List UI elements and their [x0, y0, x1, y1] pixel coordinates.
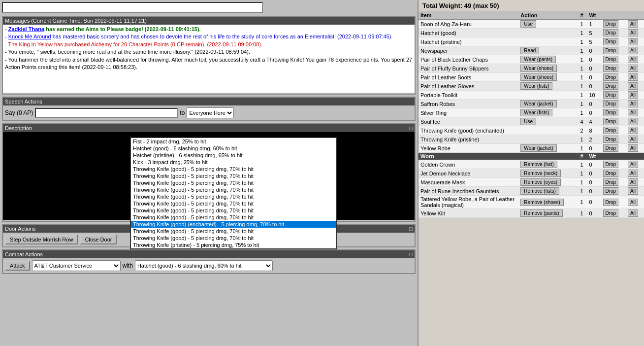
item-action-button[interactable]: Read — [520, 47, 539, 54]
say-target-select[interactable]: Everyone Here Room Party — [187, 107, 234, 118]
attack-option-knife-10[interactable]: Throwing Knife (good) - 5 piercing dmg, … — [131, 235, 336, 242]
all-button[interactable]: All — [628, 38, 638, 45]
all-button[interactable]: All — [628, 82, 638, 90]
attack-option-knife-1[interactable]: Throwing Knife (good) - 5 piercing dmg, … — [131, 166, 336, 173]
attack-option-hatchet-pristine[interactable]: Hatchet (pristine) - 6 slashing dmg, 65%… — [131, 152, 336, 159]
speech-panel: Speech Actions Say (0 AP) to Everyone He… — [2, 97, 416, 121]
all-button[interactable]: All — [628, 47, 638, 54]
item-action-button[interactable]: Remove (hat) — [520, 161, 557, 168]
messages-content[interactable]: - Zadkiel Thana has earned the Aims to P… — [3, 25, 415, 93]
drop-button[interactable]: Drop — [603, 56, 619, 63]
attack-option-knife-2[interactable]: Throwing Knife (good) - 5 piercing dmg, … — [131, 173, 336, 179]
all-button[interactable]: All — [628, 29, 638, 36]
attack-option-hatchet-good[interactable]: Hatchet (good) - 6 slashing dmg, 60% to … — [131, 145, 336, 152]
close-door-button[interactable]: Close Door — [80, 235, 117, 244]
item-action-button[interactable]: Use — [520, 20, 536, 28]
item-action-button[interactable]: Wear (fists) — [520, 82, 552, 90]
attack-button[interactable]: Attack — [5, 261, 30, 271]
drop-button[interactable]: Drop — [603, 209, 619, 217]
item-action-button[interactable]: Wear (jacket) — [520, 100, 556, 107]
item-action-button[interactable]: Remove (fists) — [520, 187, 559, 195]
all-button[interactable]: All — [628, 73, 638, 81]
item-action-button[interactable]: Use — [520, 118, 536, 125]
drop-button[interactable]: Drop — [603, 187, 619, 195]
say-input[interactable] — [35, 108, 178, 118]
attack-option-knife-4[interactable]: Throwing Knife (good) - 5 piercing dmg, … — [131, 186, 336, 193]
worn-section-header: Worn # Wt — [419, 153, 644, 160]
all-button[interactable]: All — [628, 56, 638, 63]
all-button[interactable]: All — [628, 91, 638, 99]
combat-close-icon[interactable]: □ — [409, 251, 413, 257]
main-input[interactable] — [2, 2, 263, 13]
item-action-cell: Remove (neck) — [518, 169, 578, 178]
drop-button[interactable]: Drop — [603, 136, 619, 143]
drop-button[interactable]: Drop — [603, 73, 619, 81]
all-button[interactable]: All — [628, 209, 638, 217]
attack-dropdown[interactable]: Fist - 2 impact dmg, 25% to hit Hatchet … — [130, 137, 337, 249]
item-action-button[interactable]: Wear (fists) — [520, 109, 552, 116]
attack-option-knife-enchanted[interactable]: Throwing Knife (good) (enchanted) - 5 pi… — [131, 221, 336, 228]
drop-button[interactable]: Drop — [603, 199, 619, 206]
attack-option-knife-9[interactable]: Throwing Knife (good) - 5 piercing dmg, … — [131, 228, 336, 235]
attack-option-knife-8[interactable]: Throwing Knife (good) - 5 piercing dmg, … — [131, 214, 336, 221]
drop-button[interactable]: Drop — [603, 170, 619, 177]
attack-option-knife-pristine[interactable]: Throwing Knife (pristine) - 5 piercing d… — [131, 242, 336, 248]
drop-button[interactable]: Drop — [603, 20, 619, 28]
drop-button[interactable]: Drop — [603, 109, 619, 116]
all-button[interactable]: All — [628, 20, 638, 28]
drop-button[interactable]: Drop — [603, 82, 619, 90]
combat-content: Attack AT&T Customer Service with Hatche… — [3, 258, 415, 273]
step-outside-button[interactable]: Step Outside Morrish Row — [5, 235, 78, 244]
all-button[interactable]: All — [628, 65, 638, 72]
drop-button[interactable]: Drop — [603, 127, 619, 134]
item-action-button[interactable]: Wear (shoes) — [520, 65, 557, 72]
weapon-select[interactable]: Hatchet (good) - 6 slashing dmg, 60% to … — [135, 260, 273, 271]
drop-button[interactable]: Drop — [603, 47, 619, 54]
all-button[interactable]: All — [628, 118, 638, 125]
message-5: - You hammer the steel into a small blad… — [5, 56, 413, 71]
all-button[interactable]: All — [628, 187, 638, 195]
all-button[interactable]: All — [628, 178, 638, 186]
attack-target-select[interactable]: AT&T Customer Service — [32, 260, 121, 271]
item-name: Yellow Robe — [419, 144, 518, 153]
drop-button[interactable]: Drop — [603, 118, 619, 125]
all-button[interactable]: All — [628, 199, 638, 206]
all-button[interactable]: All — [628, 144, 638, 152]
attack-option-knife-5[interactable]: Throwing Knife (good) - 5 piercing dmg, … — [131, 193, 336, 200]
drop-button[interactable]: Drop — [603, 29, 619, 36]
drop-button[interactable]: Drop — [603, 38, 619, 45]
description-close-icon[interactable]: □ — [409, 125, 413, 131]
item-weight: 8 — [587, 126, 601, 135]
item-action-button[interactable]: Remove (pants) — [520, 209, 562, 217]
item-action-button[interactable]: Wear (pants) — [520, 56, 556, 63]
drop-button[interactable]: Drop — [603, 144, 619, 152]
all-button[interactable]: All — [628, 161, 638, 168]
drop-button[interactable]: Drop — [603, 178, 619, 186]
all-button[interactable]: All — [628, 109, 638, 116]
attack-option-knife-3[interactable]: Throwing Knife (good) - 5 piercing dmg, … — [131, 179, 336, 186]
attack-option-kick[interactable]: Kick - 3 impact dmg, 25% to hit — [131, 159, 336, 166]
item-action-button[interactable]: Remove (neck) — [520, 170, 561, 177]
drop-button[interactable]: Drop — [603, 161, 619, 168]
attack-option-knife-7[interactable]: Throwing Knife (good) - 5 piercing dmg, … — [131, 207, 336, 214]
door-close-icon[interactable]: □ — [409, 226, 413, 232]
item-weight: 0 — [587, 209, 601, 218]
item-action-button[interactable]: Wear (jacket) — [520, 144, 556, 152]
item-all-cell: All — [626, 135, 644, 144]
all-button[interactable]: All — [628, 127, 638, 134]
item-action-cell: Read — [518, 46, 578, 55]
item-action-button[interactable]: Remove (shoes) — [520, 199, 563, 206]
drop-button[interactable]: Drop — [603, 100, 619, 107]
item-action-button[interactable]: Wear (shoes) — [520, 73, 557, 81]
item-action-cell: Wear (shoes) — [518, 64, 578, 73]
all-button[interactable]: All — [628, 170, 638, 177]
all-button[interactable]: All — [628, 136, 638, 143]
attack-option-knife-6[interactable]: Throwing Knife (good) - 5 piercing dmg, … — [131, 200, 336, 207]
item-action-button[interactable]: Remove (eyes) — [520, 178, 561, 186]
drop-button[interactable]: Drop — [603, 65, 619, 72]
attack-option-fist[interactable]: Fist - 2 impact dmg, 25% to hit — [131, 138, 336, 145]
all-button[interactable]: All — [628, 100, 638, 107]
item-weight: 0 — [587, 64, 601, 73]
drop-button[interactable]: Drop — [603, 91, 619, 99]
door-title: Door Actions — [5, 226, 35, 232]
